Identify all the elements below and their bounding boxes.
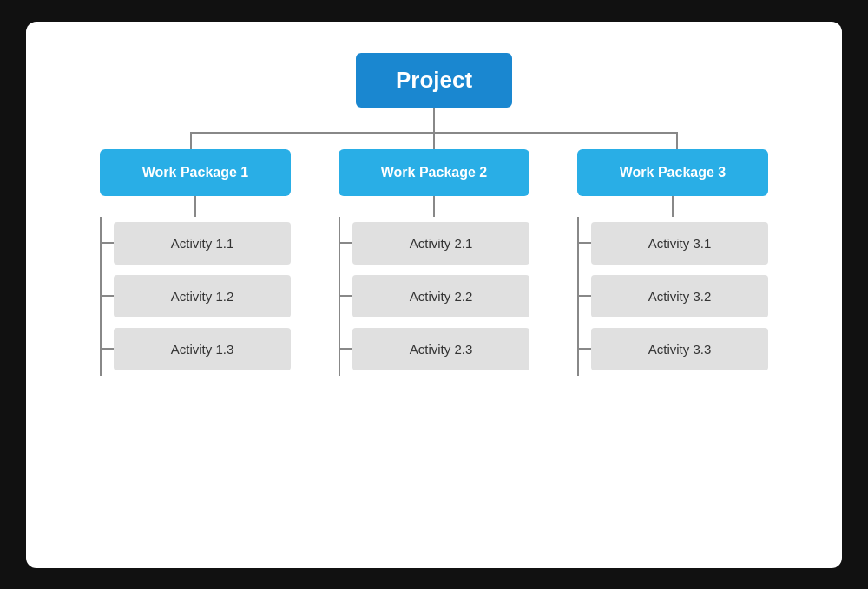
activity-3-1: Activity 3.1 xyxy=(591,222,768,265)
table-row: Activity 2.2 xyxy=(340,270,529,323)
a31-hline xyxy=(579,242,591,244)
work-packages-row: Work Package 1 Activity 1.1 Activit xyxy=(95,149,773,376)
table-row: Activity 2.3 xyxy=(340,323,529,376)
a33-hline xyxy=(579,348,591,350)
activity-1-2: Activity 1.2 xyxy=(114,275,291,317)
activity-2-1: Activity 2.1 xyxy=(352,222,529,265)
a11-hline xyxy=(102,242,114,244)
a12-hline xyxy=(102,295,114,297)
wp1-activities-container: Activity 1.1 Activity 1.2 Activity 1.3 xyxy=(100,217,291,376)
wp3-activities-list: Activity 3.1 Activity 3.2 Activity 3.3 xyxy=(579,217,768,376)
table-row: Activity 3.2 xyxy=(579,270,768,323)
wp1-column: Work Package 1 Activity 1.1 Activit xyxy=(95,149,295,376)
activity-2-2: Activity 2.2 xyxy=(352,275,529,317)
wp2-node: Work Package 2 xyxy=(339,149,529,196)
a21-hline xyxy=(340,242,352,244)
chart-container: Project Work Package 1 xyxy=(26,22,842,568)
wp2-column: Work Package 2 Activity 2.1 Activit xyxy=(334,149,534,376)
project-label: Project xyxy=(396,67,472,93)
wp-horizontal-bar xyxy=(191,132,677,134)
project-node: Project xyxy=(356,53,512,108)
wp3-down-connector xyxy=(672,196,674,217)
wp-top-connectors xyxy=(95,132,773,149)
table-row: Activity 1.3 xyxy=(102,323,291,376)
wp3-vline xyxy=(577,217,579,376)
wp3-label: Work Package 3 xyxy=(620,165,726,180)
table-row: Activity 1.2 xyxy=(102,270,291,323)
table-row: Activity 2.1 xyxy=(340,217,529,270)
activity-2-3: Activity 2.3 xyxy=(352,328,529,370)
a13-hline xyxy=(102,348,114,350)
wp1-label: Work Package 1 xyxy=(142,165,248,180)
wp2-top-line xyxy=(433,132,435,149)
wp2-activities-list: Activity 2.1 Activity 2.2 Activity 2.3 xyxy=(340,217,529,376)
activity-1-3: Activity 1.3 xyxy=(114,328,291,370)
wp1-vline xyxy=(100,217,102,376)
wp3-top-line xyxy=(676,132,678,149)
activity-3-2: Activity 3.2 xyxy=(591,275,768,317)
wp3-node: Work Package 3 xyxy=(577,149,768,196)
wp3-column: Work Package 3 Activity 3.1 Activit xyxy=(573,149,773,376)
table-row: Activity 1.1 xyxy=(102,217,291,270)
wp2-activities-container: Activity 2.1 Activity 2.2 Activity 2.3 xyxy=(339,217,529,376)
wp2-down-connector xyxy=(433,196,435,217)
wp1-down-connector xyxy=(194,196,196,217)
a22-hline xyxy=(340,295,352,297)
wp3-activities-container: Activity 3.1 Activity 3.2 Activity 3.3 xyxy=(577,217,768,376)
activity-1-1: Activity 1.1 xyxy=(114,222,291,265)
wp2-label: Work Package 2 xyxy=(381,165,487,180)
wp1-node: Work Package 1 xyxy=(100,149,291,196)
wp2-vline xyxy=(339,217,340,376)
activity-3-3: Activity 3.3 xyxy=(591,328,768,370)
wp1-top-line xyxy=(190,132,192,149)
a32-hline xyxy=(579,295,591,297)
wp1-activities-list: Activity 1.1 Activity 1.2 Activity 1.3 xyxy=(102,217,291,376)
a23-hline xyxy=(340,348,352,350)
top-connector-line xyxy=(433,108,435,132)
table-row: Activity 3.3 xyxy=(579,323,768,376)
table-row: Activity 3.1 xyxy=(579,217,768,270)
